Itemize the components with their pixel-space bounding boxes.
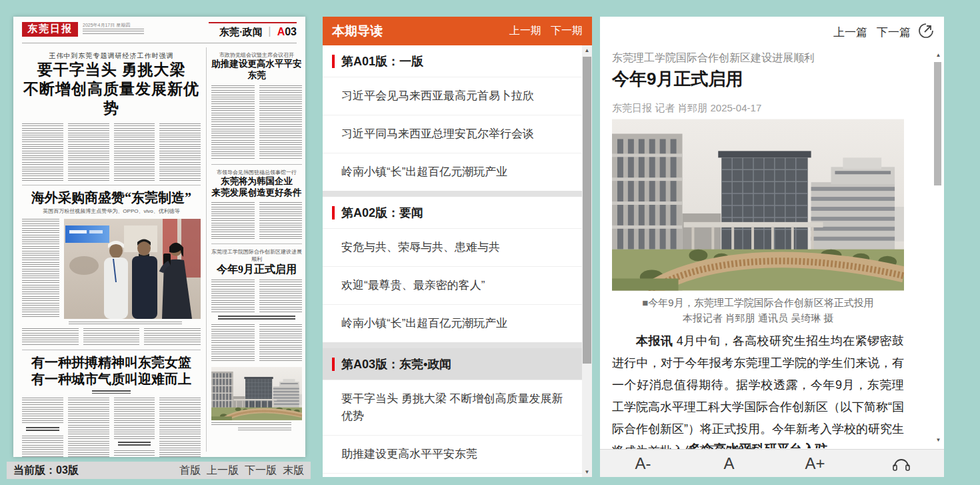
next-article-link[interactable]: 下一篇 [877, 25, 911, 40]
article-subtitle: 东莞理工学院国际合作创新区建设进展顺利 [612, 51, 815, 65]
listen-button[interactable] [858, 450, 944, 477]
masthead-rule [22, 43, 297, 43]
clipped-subhead: 多个高水平科研平台入驻 [612, 441, 904, 448]
page-section-label: 东莞·政闻 [219, 27, 263, 37]
trade-story-subhead[interactable]: 英国百万粉丝视频博主点赞华为、OPPO、vivo、优利德等 [22, 207, 201, 215]
photo-trade-fair [64, 219, 201, 319]
lead-headline[interactable]: 要干字当头 勇挑大梁 不断增创高质量发展新优势 [22, 61, 201, 118]
lead-kicker[interactable]: 王伟中到东莞专题调研经济工作时强调 [22, 51, 201, 61]
next-issue-link[interactable]: 下一期 [551, 24, 583, 38]
r2-headline[interactable]: 东莞将为韩国企业 来莞发展创造更好条件 [211, 176, 302, 199]
page-nav-bar: 当前版：03版 首版 上一版 下一版 末版 [7, 462, 311, 479]
toc-section-a01: 第A01版：一版 习近平会见马来西亚最高元首易卜拉欣 习近平同马来西亚总理安瓦尔… [323, 45, 582, 191]
scroll-up-icon[interactable]: ▲ [934, 50, 943, 60]
section-label: 第A02版：要闻 [341, 205, 423, 221]
photo-credit: 本报记者 肖郅朋 通讯员 吴绮琳 摄 [612, 312, 904, 325]
byline-line [92, 390, 131, 394]
section-marker [332, 206, 335, 219]
toc-scrollbar[interactable]: ▲ ▼ [582, 45, 592, 477]
toc-article-link[interactable]: 要干字当头 勇挑大梁 不断增创高质量发展新优势 [323, 380, 582, 435]
toc-article-link[interactable]: 习近平同马来西亚总理安瓦尔举行会谈 [323, 115, 582, 153]
article-title: 今年9月正式启用 [612, 67, 743, 91]
prev-article-link[interactable]: 上一篇 [833, 25, 867, 40]
masthead: 东莞日报 2025年4月17日 星期四 东莞·政闻丨A03 [22, 22, 297, 39]
section-header[interactable]: 第A01版：一版 [323, 45, 582, 77]
toc-article-link[interactable]: 欢迎“最尊贵、最亲密的客人” [323, 266, 582, 304]
font-decrease-button[interactable]: A- [600, 450, 686, 477]
nav-next-page[interactable]: 下一版 [245, 464, 277, 478]
section-header[interactable]: 第A02版：要闻 [323, 197, 582, 228]
page-number-letter: A [277, 26, 285, 37]
photo-caption-lines [211, 422, 291, 426]
toc-section-a03: 第A03版：东莞•政闻 要干字当头 勇挑大梁 不断增创高质量发展新优势 助推建设… [323, 348, 582, 477]
toc-section-a02: 第A02版：要闻 安危与共、荣辱与共、患难与共 欢迎“最尊贵、最亲密的客人” 岭… [323, 197, 582, 342]
toc-header: 本期导读 上一期 下一期 [323, 17, 592, 45]
article-photo [612, 119, 904, 291]
share-icon[interactable] [917, 22, 935, 39]
text-columns [211, 280, 302, 313]
section-marker [332, 358, 335, 371]
nav-prev-page[interactable]: 上一版 [207, 464, 239, 478]
section-label: 第A03版：东莞•政闻 [341, 356, 451, 372]
masthead-info-lines [83, 29, 144, 34]
article-byline: 东莞日报 记者 肖郅朋 2025-04-17 [612, 102, 761, 115]
article-panel: 上一篇 下一篇 东莞理工学院国际合作创新区建设进展顺利 今年9月正式启用 东莞日… [600, 17, 944, 477]
r1-kicker[interactable]: 市政协党组会议暨主席会议召开 [211, 51, 302, 59]
text-columns [22, 398, 201, 457]
toc-panel: 本期导读 上一期 下一期 第A01版：一版 习近平会见马来西亚最高元首易卜拉欣 … [323, 17, 592, 477]
r3-kicker[interactable]: 东莞理工学院国际合作创新区建设进展顺利 [211, 248, 302, 263]
toc-list: 第A01版：一版 习近平会见马来西亚最高元首易卜拉欣 习近平同马来西亚总理安瓦尔… [323, 45, 582, 477]
toc-article-link[interactable]: 习近平会见马来西亚最高元首易卜拉欣 [323, 77, 582, 115]
section-marker [332, 55, 335, 68]
r2-kicker[interactable]: 市领导会见韩国驻穗总领事馆一行 [211, 169, 302, 176]
section-label: 第A01版：一版 [341, 53, 423, 69]
section-header-active[interactable]: 第A03版：东莞•政闻 [323, 348, 582, 380]
page-number: 03 [285, 26, 297, 37]
photo-caption: ■今年9月，东莞理工学院国际合作创新区将正式投用 [612, 297, 904, 310]
photo-caption-lines [69, 322, 182, 325]
trade-story-headline[interactable]: 海外采购商盛赞“东莞制造” [22, 189, 201, 206]
toc-article-link[interactable]: 安危与共、荣辱与共、患难与共 [323, 228, 582, 266]
text-columns [22, 328, 201, 346]
toc-article-link[interactable]: 助推建设更高水平平安东莞 [323, 435, 582, 473]
font-increase-button[interactable]: A+ [772, 450, 858, 477]
scroll-down-icon[interactable]: ▼ [582, 467, 592, 477]
scroll-up-icon[interactable]: ▲ [582, 45, 592, 55]
nav-last-page[interactable]: 末版 [283, 464, 304, 478]
newspaper-page-image: 东莞日报 2025年4月17日 星期四 东莞·政闻丨A03 王伟中到东莞专题调研… [13, 17, 305, 457]
masthead-date: 2025年4月17日 星期四 [83, 23, 144, 28]
nav-first-page[interactable]: 首版 [179, 464, 201, 478]
scroll-thumb[interactable] [583, 57, 591, 364]
reader-toolbar: A- A A+ [600, 449, 944, 477]
scroll-thumb[interactable] [934, 62, 941, 185]
article-scrollbar[interactable]: ▲ ▼ [934, 50, 943, 445]
photo-campus-small [211, 367, 302, 420]
text-columns [211, 324, 302, 363]
r3-headline[interactable]: 今年9月正式启用 [211, 263, 302, 276]
font-reset-button[interactable]: A [686, 450, 772, 477]
article-lead-label: 本报讯 [636, 334, 673, 348]
toc-title: 本期导读 [332, 23, 383, 40]
page-header: 东莞·政闻丨A03 [209, 22, 297, 39]
text-columns [211, 85, 302, 160]
r1-headline[interactable]: 助推建设更高水平平安东莞 [211, 59, 302, 81]
masthead-logo: 东莞日报 [22, 22, 78, 37]
text-columns [211, 202, 302, 239]
photo-credit-lines [238, 428, 291, 431]
basketball-headline[interactable]: 有一种拼搏精神叫东莞女篮 有一种城市气质叫迎难而上 [22, 354, 201, 388]
toc-article-link[interactable]: 东莞将为韩国企业 来莞发展创造更好条件 [323, 473, 582, 477]
toc-article-link[interactable]: 岭南小镇“长”出超百亿元潮玩产业 [323, 153, 582, 191]
headphones-icon [891, 455, 911, 472]
prev-issue-link[interactable]: 上一期 [509, 24, 541, 38]
toc-article-link[interactable]: 岭南小镇“长”出超百亿元潮玩产业 [323, 304, 582, 342]
current-page-label: 当前版：03版 [13, 464, 79, 478]
bold-subhead-line [218, 316, 296, 322]
scroll-down-icon[interactable]: ▼ [934, 435, 943, 445]
text-columns [22, 123, 201, 181]
epaper-app: 东莞日报 2025年4月17日 星期四 东莞·政闻丨A03 王伟中到东莞专题调研… [0, 0, 980, 485]
text-columns [22, 219, 59, 319]
